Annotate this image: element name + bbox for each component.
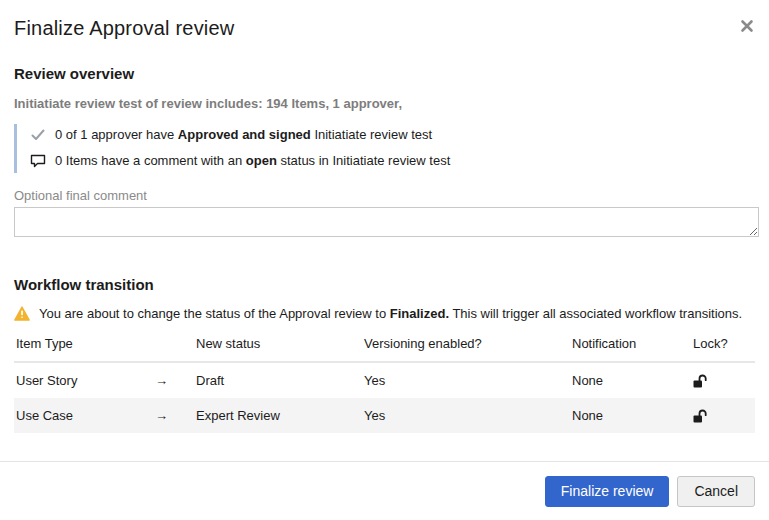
cell-item-type: Use Case bbox=[14, 408, 155, 423]
unlock-icon[interactable] bbox=[693, 408, 755, 424]
header-versioning: Versioning enabled? bbox=[364, 336, 572, 351]
workflow-warning: You are about to change the status of th… bbox=[14, 306, 755, 321]
dialog-title: Finalize Approval review bbox=[0, 0, 769, 40]
optional-comment-input[interactable] bbox=[14, 207, 759, 237]
approver-status-text: 0 of 1 approver have Approved and signed… bbox=[55, 126, 432, 143]
review-summary: Initiatiate review test of review includ… bbox=[14, 96, 755, 111]
header-lock: Lock? bbox=[693, 336, 755, 351]
cell-notification: None bbox=[572, 373, 693, 388]
cell-item-type: User Story bbox=[14, 373, 155, 388]
table-row: Use Case → Expert Review Yes None bbox=[14, 398, 755, 433]
cell-new-status: Draft bbox=[196, 373, 364, 388]
cell-notification: None bbox=[572, 408, 693, 423]
finalize-review-button[interactable]: Finalize review bbox=[545, 476, 670, 507]
warning-triangle-icon bbox=[14, 306, 30, 321]
workflow-transition-table: Item Type New status Versioning enabled?… bbox=[14, 336, 755, 433]
finalize-review-dialog: Finalize Approval review Review overview… bbox=[0, 0, 769, 520]
header-notification: Notification bbox=[572, 336, 693, 351]
optional-comment-label: Optional final comment bbox=[14, 188, 755, 203]
dialog-footer: Finalize review Cancel bbox=[0, 461, 769, 520]
comment-bubble-icon bbox=[30, 153, 46, 169]
close-icon[interactable] bbox=[738, 17, 756, 35]
approver-status-line: 0 of 1 approver have Approved and signed… bbox=[30, 126, 755, 143]
cell-versioning: Yes bbox=[364, 408, 572, 423]
cancel-button[interactable]: Cancel bbox=[677, 476, 755, 507]
table-header-row: Item Type New status Versioning enabled?… bbox=[14, 336, 755, 363]
comment-status-text: 0 Items have a comment with an open stat… bbox=[55, 152, 450, 169]
comment-status-line: 0 Items have a comment with an open stat… bbox=[30, 152, 755, 169]
header-item-type: Item Type bbox=[14, 336, 155, 351]
cell-versioning: Yes bbox=[364, 373, 572, 388]
workflow-warning-text: You are about to change the status of th… bbox=[39, 306, 742, 321]
workflow-transition-heading: Workflow transition bbox=[14, 276, 755, 293]
review-overview-heading: Review overview bbox=[14, 65, 755, 82]
arrow-right-icon: → bbox=[155, 373, 196, 388]
check-icon bbox=[30, 127, 46, 143]
table-row: User Story → Draft Yes None bbox=[14, 363, 755, 398]
cell-new-status: Expert Review bbox=[196, 408, 364, 423]
review-status-block: 0 of 1 approver have Approved and signed… bbox=[14, 124, 755, 173]
arrow-right-icon: → bbox=[155, 408, 196, 423]
unlock-icon[interactable] bbox=[693, 373, 755, 389]
header-new-status: New status bbox=[196, 336, 364, 351]
